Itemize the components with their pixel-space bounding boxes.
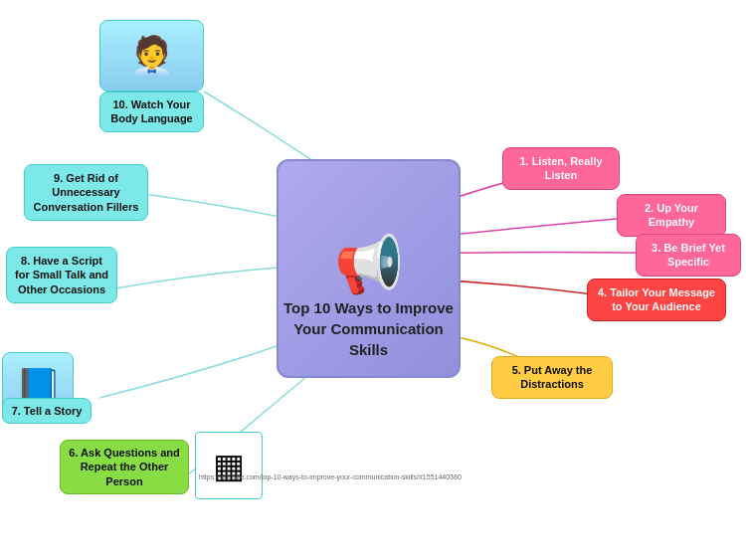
megaphone-icon: 📢 [334, 232, 404, 297]
node-3[interactable]: 3. Be Brief Yet Specific [636, 234, 741, 277]
qr-icon: ▦ [195, 432, 263, 499]
node-10[interactable]: 10. Watch Your Body Language [99, 92, 204, 132]
node-1[interactable]: 1. Listen, Really Listen [502, 147, 620, 190]
node-6-wrapper: 6. Ask Questions and Repeat the Other Pe… [60, 440, 259, 494]
node-7-wrapper: 📘 7. Tell a Story [2, 352, 74, 424]
node-7[interactable]: 7. Tell a Story [2, 398, 92, 424]
node-4[interactable]: 4. Tailor Your Message to Your Audience [587, 279, 726, 321]
node-10-wrapper: 🧑‍💼 10. Watch Your Body Language [99, 20, 204, 92]
center-label: Top 10 Ways to Improve Your Communicatio… [279, 297, 459, 360]
node-6[interactable]: 6. Ask Questions and Repeat the Other Pe… [60, 440, 189, 494]
node-5[interactable]: 5. Put Away the Distractions [491, 356, 613, 399]
node-9[interactable]: 9. Get Rid of Unnecessary Conversation F… [24, 164, 148, 221]
url-text: https://wikibize.com/top-10-ways-to-impr… [199, 473, 462, 480]
node-2[interactable]: 2. Up Your Empathy [617, 194, 726, 237]
person-icon: 🧑‍💼 [99, 20, 204, 92]
center-node: 📢 Top 10 Ways to Improve Your Communicat… [277, 159, 461, 378]
node-8[interactable]: 8. Have a Script for Small Talk and Othe… [6, 247, 117, 303]
